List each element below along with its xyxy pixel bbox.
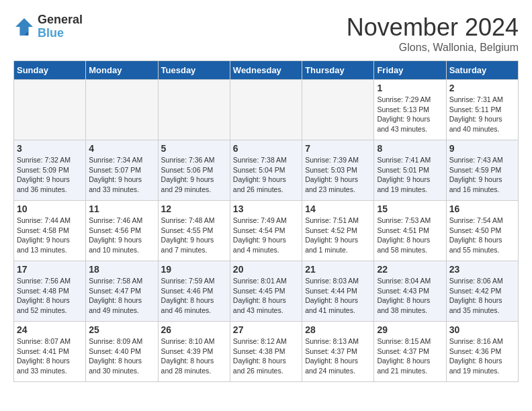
calendar-cell: 19Sunrise: 7:59 AM Sunset: 4:46 PM Dayli… <box>158 261 230 322</box>
calendar-cell: 18Sunrise: 7:58 AM Sunset: 4:47 PM Dayli… <box>86 261 158 322</box>
week-row-3: 10Sunrise: 7:44 AM Sunset: 4:58 PM Dayli… <box>14 201 519 261</box>
day-info: Sunrise: 8:16 AM Sunset: 4:36 PM Dayligh… <box>449 336 515 376</box>
day-number: 13 <box>233 203 299 214</box>
header-wednesday: Wednesday <box>230 61 302 80</box>
day-number: 18 <box>89 264 154 275</box>
week-row-4: 17Sunrise: 7:56 AM Sunset: 4:48 PM Dayli… <box>14 261 519 322</box>
calendar-cell: 5Sunrise: 7:36 AM Sunset: 5:06 PM Daylig… <box>158 140 230 201</box>
day-number: 12 <box>161 203 227 214</box>
day-number: 7 <box>305 143 371 154</box>
day-number: 8 <box>377 143 443 154</box>
day-number: 2 <box>449 83 515 93</box>
day-info: Sunrise: 7:58 AM Sunset: 4:47 PM Dayligh… <box>89 276 154 316</box>
calendar-cell: 20Sunrise: 8:01 AM Sunset: 4:45 PM Dayli… <box>230 261 302 322</box>
calendar-cell: 15Sunrise: 7:53 AM Sunset: 4:51 PM Dayli… <box>374 201 446 261</box>
day-number: 22 <box>377 264 443 275</box>
day-info: Sunrise: 8:15 AM Sunset: 4:37 PM Dayligh… <box>377 336 443 376</box>
calendar-cell: 10Sunrise: 7:44 AM Sunset: 4:58 PM Dayli… <box>14 201 86 261</box>
day-info: Sunrise: 7:38 AM Sunset: 5:04 PM Dayligh… <box>233 155 299 195</box>
day-info: Sunrise: 7:59 AM Sunset: 4:46 PM Dayligh… <box>161 276 227 316</box>
day-info: Sunrise: 8:07 AM Sunset: 4:41 PM Dayligh… <box>17 336 83 376</box>
page-header: General Blue November 2024 Glons, Wallon… <box>13 13 519 54</box>
week-row-2: 3Sunrise: 7:32 AM Sunset: 5:09 PM Daylig… <box>14 140 519 201</box>
day-number: 26 <box>161 324 227 335</box>
calendar-cell: 30Sunrise: 8:16 AM Sunset: 4:36 PM Dayli… <box>446 322 518 382</box>
calendar-cell: 26Sunrise: 8:10 AM Sunset: 4:39 PM Dayli… <box>158 322 230 382</box>
day-number: 1 <box>377 83 443 93</box>
logo-line2: Blue <box>38 27 83 40</box>
calendar-cell: 7Sunrise: 7:39 AM Sunset: 5:03 PM Daylig… <box>302 140 374 201</box>
calendar-cell: 9Sunrise: 7:43 AM Sunset: 4:59 PM Daylig… <box>446 140 518 201</box>
day-number: 27 <box>233 324 299 335</box>
day-number: 17 <box>17 264 83 275</box>
day-number: 9 <box>449 143 515 154</box>
calendar-cell: 24Sunrise: 8:07 AM Sunset: 4:41 PM Dayli… <box>14 322 86 382</box>
day-number: 19 <box>161 264 227 275</box>
calendar-cell: 13Sunrise: 7:49 AM Sunset: 4:54 PM Dayli… <box>230 201 302 261</box>
day-number: 16 <box>449 203 515 214</box>
day-info: Sunrise: 7:41 AM Sunset: 5:01 PM Dayligh… <box>377 155 443 195</box>
day-number: 30 <box>449 324 515 335</box>
calendar-cell <box>14 80 86 140</box>
day-info: Sunrise: 7:46 AM Sunset: 4:56 PM Dayligh… <box>89 216 154 255</box>
calendar-header-row: SundayMondayTuesdayWednesdayThursdayFrid… <box>14 61 519 80</box>
calendar-cell: 27Sunrise: 8:12 AM Sunset: 4:38 PM Dayli… <box>230 322 302 382</box>
calendar-cell: 28Sunrise: 8:13 AM Sunset: 4:37 PM Dayli… <box>302 322 374 382</box>
day-number: 25 <box>89 324 154 335</box>
day-info: Sunrise: 7:39 AM Sunset: 5:03 PM Dayligh… <box>305 155 371 195</box>
day-number: 29 <box>377 324 443 335</box>
day-number: 11 <box>89 203 154 214</box>
calendar-cell <box>158 80 230 140</box>
day-info: Sunrise: 8:10 AM Sunset: 4:39 PM Dayligh… <box>161 336 227 376</box>
title-block: November 2024 Glons, Wallonia, Belgium <box>347 13 519 54</box>
calendar-table: SundayMondayTuesdayWednesdayThursdayFrid… <box>13 60 519 382</box>
calendar-cell: 25Sunrise: 8:09 AM Sunset: 4:40 PM Dayli… <box>86 322 158 382</box>
location-subtitle: Glons, Wallonia, Belgium <box>347 42 519 54</box>
day-number: 6 <box>233 143 299 154</box>
day-info: Sunrise: 7:54 AM Sunset: 4:50 PM Dayligh… <box>449 216 515 255</box>
calendar-cell: 4Sunrise: 7:34 AM Sunset: 5:07 PM Daylig… <box>86 140 158 201</box>
day-info: Sunrise: 7:31 AM Sunset: 5:11 PM Dayligh… <box>449 95 515 134</box>
logo: General Blue <box>13 13 83 40</box>
day-info: Sunrise: 7:43 AM Sunset: 4:59 PM Dayligh… <box>449 155 515 195</box>
svg-marker-1 <box>15 18 33 36</box>
day-info: Sunrise: 8:09 AM Sunset: 4:40 PM Dayligh… <box>89 336 154 376</box>
day-number: 3 <box>17 143 83 154</box>
week-row-1: 1Sunrise: 7:29 AM Sunset: 5:13 PM Daylig… <box>14 80 519 140</box>
header-friday: Friday <box>374 61 446 80</box>
calendar-cell: 14Sunrise: 7:51 AM Sunset: 4:52 PM Dayli… <box>302 201 374 261</box>
header-saturday: Saturday <box>446 61 518 80</box>
logo-line1: General <box>38 13 83 27</box>
day-info: Sunrise: 7:36 AM Sunset: 5:06 PM Dayligh… <box>161 155 227 195</box>
day-info: Sunrise: 7:34 AM Sunset: 5:07 PM Dayligh… <box>89 155 154 195</box>
calendar-cell: 22Sunrise: 8:04 AM Sunset: 4:43 PM Dayli… <box>374 261 446 322</box>
day-info: Sunrise: 7:49 AM Sunset: 4:54 PM Dayligh… <box>233 216 299 255</box>
day-number: 28 <box>305 324 371 335</box>
day-number: 10 <box>17 203 83 214</box>
day-number: 24 <box>17 324 83 335</box>
day-info: Sunrise: 8:01 AM Sunset: 4:45 PM Dayligh… <box>233 276 299 316</box>
calendar-cell: 17Sunrise: 7:56 AM Sunset: 4:48 PM Dayli… <box>14 261 86 322</box>
month-title: November 2024 <box>347 13 519 42</box>
calendar-cell: 3Sunrise: 7:32 AM Sunset: 5:09 PM Daylig… <box>14 140 86 201</box>
header-sunday: Sunday <box>14 61 86 80</box>
day-number: 23 <box>449 264 515 275</box>
day-info: Sunrise: 8:13 AM Sunset: 4:37 PM Dayligh… <box>305 336 371 376</box>
calendar-cell <box>230 80 302 140</box>
header-monday: Monday <box>86 61 158 80</box>
calendar-cell: 6Sunrise: 7:38 AM Sunset: 5:04 PM Daylig… <box>230 140 302 201</box>
header-thursday: Thursday <box>302 61 374 80</box>
day-info: Sunrise: 7:48 AM Sunset: 4:55 PM Dayligh… <box>161 216 227 255</box>
day-number: 14 <box>305 203 371 214</box>
day-number: 21 <box>305 264 371 275</box>
day-info: Sunrise: 7:29 AM Sunset: 5:13 PM Dayligh… <box>377 95 443 134</box>
day-info: Sunrise: 7:44 AM Sunset: 4:58 PM Dayligh… <box>17 216 83 255</box>
day-info: Sunrise: 7:56 AM Sunset: 4:48 PM Dayligh… <box>17 276 83 316</box>
week-row-5: 24Sunrise: 8:07 AM Sunset: 4:41 PM Dayli… <box>14 322 519 382</box>
day-info: Sunrise: 8:06 AM Sunset: 4:42 PM Dayligh… <box>449 276 515 316</box>
calendar-cell: 2Sunrise: 7:31 AM Sunset: 5:11 PM Daylig… <box>446 80 518 140</box>
day-info: Sunrise: 8:12 AM Sunset: 4:38 PM Dayligh… <box>233 336 299 376</box>
calendar-cell: 23Sunrise: 8:06 AM Sunset: 4:42 PM Dayli… <box>446 261 518 322</box>
calendar-cell <box>302 80 374 140</box>
day-info: Sunrise: 7:32 AM Sunset: 5:09 PM Dayligh… <box>17 155 83 195</box>
